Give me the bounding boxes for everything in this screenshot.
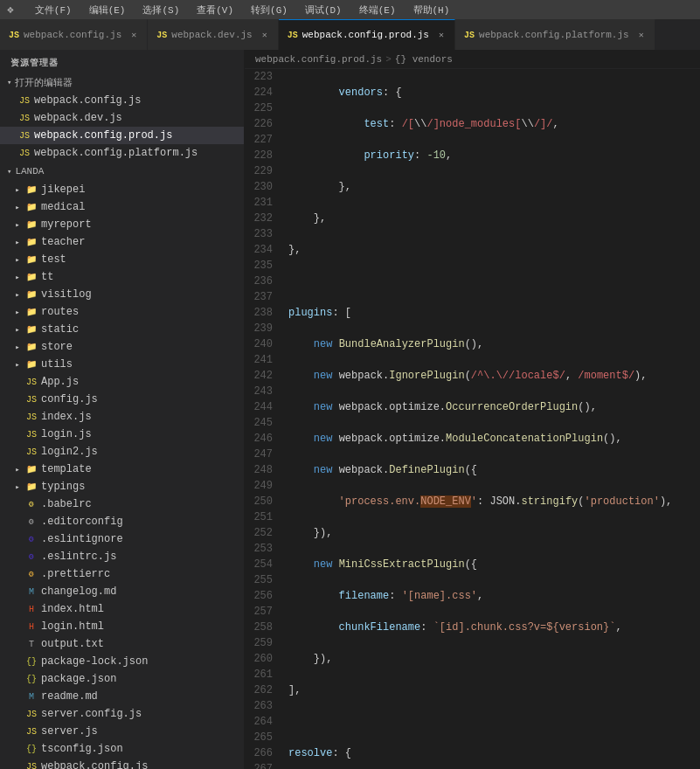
file-configjs[interactable]: JS config.js [0, 391, 244, 408]
file-babelrc[interactable]: ⚙ .babelrc [0, 495, 244, 513]
file-outputtxt[interactable]: T output.txt [0, 635, 244, 653]
menu-file[interactable]: 文件(F) [31, 2, 75, 18]
file-eslintrcjs[interactable]: ⚙ .eslintrc.js [0, 548, 244, 565]
html-file-icon: H [24, 622, 38, 632]
folder-label: store [41, 341, 73, 353]
sidebar-header: 资源管理器 [0, 50, 244, 73]
folder-static[interactable]: ▸ 📁 static [0, 321, 244, 338]
code-line-242: ], [288, 682, 700, 698]
folder-icon: 📁 [24, 254, 38, 265]
open-editors-section[interactable]: ▾ 打开的编辑器 [0, 73, 244, 92]
babel-file-icon: ⚙ [24, 499, 38, 509]
open-editor-webpack-dev[interactable]: JS webpack.dev.js [0, 109, 244, 127]
code-line-228: }, [288, 242, 700, 258]
tab-close-button[interactable]: ✕ [637, 29, 646, 41]
file-readmemd[interactable]: M readme.md [0, 688, 244, 705]
file-tree: ▸ 📁 jikepei ▸ 📁 medical ▸ 📁 myreport ▸ 📁 [0, 181, 244, 769]
folder-arrow: ▸ [10, 255, 24, 265]
js-icon: JS [288, 31, 298, 40]
tab-webpack-platform[interactable]: JS webpack.config.platform.js ✕ [455, 19, 655, 50]
file-packagejson[interactable]: {} package.json [0, 670, 244, 688]
file-eslintignore[interactable]: ⚙ .eslintignore [0, 530, 244, 548]
file-label: index.html [41, 603, 104, 615]
folder-store[interactable]: ▸ 📁 store [0, 338, 244, 356]
folder-visitlog[interactable]: ▸ 📁 visitlog [0, 286, 244, 303]
file-indexjs[interactable]: JS index.js [0, 408, 244, 426]
js-file-icon: JS [17, 131, 31, 141]
menu-help[interactable]: 帮助(H) [410, 2, 454, 18]
folder-jikepei[interactable]: ▸ 📁 jikepei [0, 181, 244, 198]
file-changelogmd[interactable]: M changelog.md [0, 583, 244, 600]
folder-arrow: ▸ [10, 220, 24, 230]
file-serverjs[interactable]: JS server.js [0, 723, 244, 740]
code-line-244: resolve: { [288, 745, 700, 761]
file-label: package.json [41, 673, 116, 685]
menu-edit[interactable]: 编辑(E) [86, 2, 129, 18]
tab-webpack-dev[interactable]: JS webpack.dev.js ✕ [148, 19, 278, 50]
menu-view[interactable]: 查看(V) [193, 2, 237, 18]
menu-terminal[interactable]: 终端(E) [356, 2, 399, 18]
menu-goto[interactable]: 转到(G) [247, 2, 291, 18]
js-file-icon: JS [24, 447, 38, 457]
open-editor-webpack-prod[interactable]: JS webpack.config.prod.js [0, 127, 244, 144]
folder-teacher[interactable]: ▸ 📁 teacher [0, 233, 244, 251]
tab-label: webpack.config.js [24, 30, 121, 40]
folder-utils[interactable]: ▸ 📁 utils [0, 356, 244, 373]
open-editor-webpack-config[interactable]: JS webpack.config.js [0, 92, 244, 109]
code-line-231: new BundleAnalyzerPlugin(), [288, 336, 700, 352]
code-line-229 [288, 274, 700, 289]
landa-section[interactable]: ▾ LANDA [0, 162, 244, 181]
titlebar: ❖ 文件(F) 编辑(E) 选择(S) 查看(V) 转到(G) 调试(D) 终端… [0, 0, 700, 19]
open-editor-webpack-platform[interactable]: JS webpack.config.platform.js [0, 144, 244, 162]
file-webpackconfigjs[interactable]: JS webpack.config.js [0, 758, 244, 769]
js-file-icon: JS [24, 430, 38, 440]
menu-debug[interactable]: 调试(D) [301, 2, 345, 18]
code-line-232: new webpack.IgnorePlugin(/^\.\//locale$/… [288, 368, 700, 384]
file-editorconfig[interactable]: ⚙ .editorconfig [0, 513, 244, 530]
js-file-icon: JS [24, 378, 38, 387]
file-label: .eslintignore [41, 533, 123, 545]
tab-webpack-prod[interactable]: JS webpack.config.prod.js ✕ [279, 19, 455, 50]
tab-close-button[interactable]: ✕ [129, 29, 138, 41]
file-tsconfigjson[interactable]: {} tsconfig.json [0, 740, 244, 758]
html-file-icon: H [24, 605, 38, 614]
folder-test[interactable]: ▸ 📁 test [0, 251, 244, 268]
folder-template[interactable]: ▸ 📁 template [0, 461, 244, 478]
menu-select[interactable]: 选择(S) [139, 2, 183, 18]
file-prettierrc[interactable]: ⚙ .prettierrc [0, 565, 244, 583]
file-packagelockjson[interactable]: {} package-lock.json [0, 653, 244, 670]
prettier-file-icon: ⚙ [24, 569, 38, 579]
folder-typings[interactable]: ▸ 📁 typings [0, 478, 244, 495]
code-line-223: vendors: { [288, 85, 700, 100]
tab-webpack-config[interactable]: JS webpack.config.js ✕ [0, 19, 148, 50]
folder-myreport[interactable]: ▸ 📁 myreport [0, 216, 244, 233]
file-label: login.html [41, 620, 104, 633]
open-editors-label: 打开的编辑器 [15, 76, 73, 89]
file-label: config.js [41, 393, 98, 405]
breadcrumb-file[interactable]: webpack.config.prod.js [255, 54, 382, 65]
folder-arrow: ▸ [10, 360, 24, 370]
breadcrumb: webpack.config.prod.js > {} vendors [245, 50, 700, 69]
folder-routes[interactable]: ▸ 📁 routes [0, 303, 244, 321]
code-editor[interactable]: 223 224 225 226 227 228 229 230 231 232 … [245, 69, 700, 769]
folder-icon: 📁 [24, 359, 38, 370]
file-serverconfigjs[interactable]: JS server.config.js [0, 705, 244, 723]
sidebar-content[interactable]: ▾ 打开的编辑器 JS webpack.config.js JS webpack… [0, 73, 244, 769]
breadcrumb-sep: > [385, 54, 392, 65]
file-appjs[interactable]: JS App.js [0, 373, 244, 391]
file-label: package-lock.json [41, 655, 148, 668]
file-loginhtml[interactable]: H login.html [0, 618, 244, 635]
folder-tt[interactable]: ▸ 📁 tt [0, 268, 244, 286]
file-loginjs[interactable]: JS login.js [0, 426, 244, 443]
tab-close-button[interactable]: ✕ [260, 29, 269, 41]
folder-medical[interactable]: ▸ 📁 medical [0, 198, 244, 216]
folder-arrow: ▸ [10, 273, 24, 282]
js-file-icon: JS [17, 149, 31, 158]
tab-close-button[interactable]: ✕ [437, 29, 446, 41]
file-label: webpack.dev.js [34, 112, 122, 124]
breadcrumb-symbol[interactable]: {} vendors [395, 54, 453, 65]
file-login2js[interactable]: JS login2.js [0, 443, 244, 461]
code-line-240: chunkFilename: `[id].chunk.css?v=${versi… [288, 620, 700, 635]
file-indexhtml[interactable]: H index.html [0, 600, 244, 618]
file-label: server.js [41, 725, 98, 738]
